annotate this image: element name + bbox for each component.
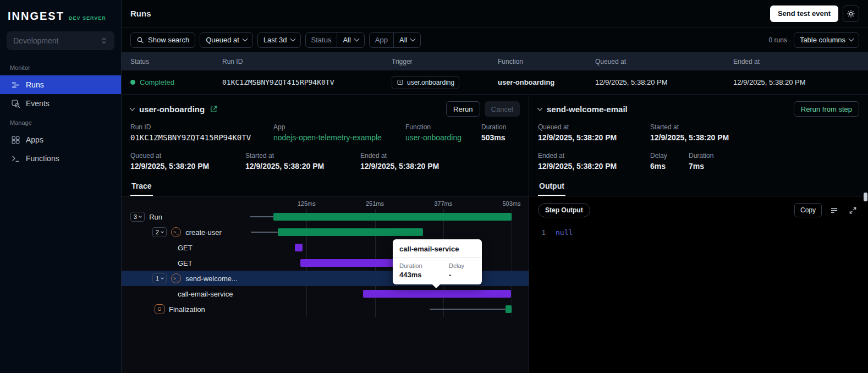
run-id-cell: 01KC1ZMSBNY9ZQT415RP94K0TV bbox=[222, 78, 392, 86]
status-dot-completed bbox=[130, 80, 135, 85]
scrollbar-thumb[interactable] bbox=[864, 193, 867, 201]
finalization-icon bbox=[155, 304, 164, 314]
functions-icon bbox=[11, 154, 20, 163]
output-value: null bbox=[556, 228, 573, 237]
tab-trace[interactable]: Trace bbox=[130, 178, 153, 196]
sidebar-item-label: Events bbox=[26, 99, 50, 108]
app-link[interactable]: nodejs-open-telemetry-example bbox=[273, 133, 405, 142]
trace-plot bbox=[239, 224, 512, 240]
expand-toggle[interactable]: 1 bbox=[152, 273, 167, 283]
col-queued-at: Queued at bbox=[595, 58, 733, 65]
send-test-event-button[interactable]: Send test event bbox=[770, 6, 838, 22]
trace-tooltip: call-email-service Duration 443ms Delay … bbox=[393, 239, 482, 284]
trace-span-bar[interactable] bbox=[273, 213, 512, 221]
sidebar-item-label: Apps bbox=[26, 135, 43, 144]
expand-toggle[interactable]: 2 bbox=[152, 227, 167, 237]
table-row[interactable]: Completed 01KC1ZMSBNY9ZQT415RP94K0TV use… bbox=[122, 70, 868, 95]
step-duration-label: Duration bbox=[689, 152, 713, 160]
status-filter-value[interactable]: All bbox=[337, 33, 364, 47]
status-filter-label: Status bbox=[306, 33, 338, 47]
step-icon: >_ bbox=[171, 273, 181, 283]
sidebar-item-apps[interactable]: Apps bbox=[7, 130, 114, 149]
trigger-badge[interactable]: user.onboarding bbox=[392, 76, 459, 89]
trace-delay-bar[interactable] bbox=[430, 309, 506, 310]
inngest-logo-text: INNGEST bbox=[8, 10, 64, 23]
trace-span-bar[interactable] bbox=[506, 305, 512, 313]
trace-row-run[interactable]: 3 Run bbox=[122, 209, 529, 224]
line-number: 1 bbox=[538, 228, 546, 237]
filter-toolbar: Show search Queued at Last 3d Status All… bbox=[122, 28, 868, 52]
chevron-down-icon bbox=[242, 36, 248, 42]
step-ended-value: 12/9/2025, 5:38:20 PM bbox=[538, 162, 650, 171]
step-output-badge: Step Output bbox=[538, 203, 590, 217]
trace-delay-bar[interactable] bbox=[251, 232, 278, 233]
time-range-filter[interactable]: Last 3d bbox=[257, 32, 301, 48]
rerun-from-step-button[interactable]: Rerun from step bbox=[794, 101, 859, 117]
expand-icon[interactable] bbox=[846, 204, 859, 217]
output-code[interactable]: 1 null bbox=[538, 228, 859, 237]
tooltip-duration-value: 443ms bbox=[399, 271, 449, 279]
settings-button[interactable] bbox=[843, 6, 859, 22]
collapse-chevron-icon[interactable] bbox=[537, 105, 543, 111]
axis-tick-label: 377ms bbox=[434, 200, 452, 207]
tab-output[interactable]: Output bbox=[538, 178, 565, 196]
runs-icon bbox=[11, 80, 20, 90]
trace-span-bar[interactable] bbox=[363, 290, 511, 298]
step-icon: >_ bbox=[171, 227, 181, 237]
app-filter-label: App bbox=[370, 33, 394, 47]
trace-span-bar[interactable] bbox=[300, 259, 405, 267]
tooltip-delay-value: - bbox=[449, 271, 475, 279]
step-queued-label: Queued at bbox=[538, 123, 650, 131]
sidebar-item-label: Functions bbox=[26, 154, 59, 163]
function-link[interactable]: user-onboarding bbox=[405, 133, 481, 142]
status-filter: Status All bbox=[305, 32, 365, 48]
trace-span-bar[interactable] bbox=[278, 228, 423, 236]
logo: INNGEST DEV SERVER bbox=[7, 8, 114, 31]
apps-icon bbox=[11, 135, 20, 145]
main-area: Runs Send test event Show search Queued … bbox=[122, 0, 868, 373]
word-wrap-icon[interactable] bbox=[827, 204, 840, 217]
duration-value: 503ms bbox=[481, 133, 506, 142]
show-search-button[interactable]: Show search bbox=[130, 32, 195, 48]
app-filter-value[interactable]: All bbox=[394, 33, 420, 47]
collapse-chevron-icon[interactable] bbox=[130, 105, 135, 111]
duration-label: Duration bbox=[481, 123, 506, 131]
axis-tick-label: 251ms bbox=[366, 200, 384, 207]
sidebar-item-events[interactable]: Events bbox=[7, 94, 114, 113]
queued-at-filter[interactable]: Queued at bbox=[200, 32, 253, 48]
started-at-label: Started at bbox=[245, 152, 360, 160]
table-columns-button[interactable]: Table columns bbox=[794, 32, 859, 48]
app-label: App bbox=[273, 123, 405, 131]
environment-label: Development bbox=[13, 36, 59, 45]
sidebar-item-runs[interactable]: Runs bbox=[0, 75, 121, 94]
cancel-button[interactable]: Cancel bbox=[485, 101, 520, 117]
run-panel: user-onboarding Rerun Cancel Run ID 01KC… bbox=[122, 95, 529, 373]
tooltip-title: call-email-service bbox=[393, 239, 482, 258]
started-at-value: 12/9/2025, 5:38:20 PM bbox=[245, 162, 360, 171]
run-id-label: Run ID bbox=[130, 123, 273, 131]
external-link-icon[interactable] bbox=[210, 105, 218, 113]
tooltip-delay-label: Delay bbox=[449, 262, 475, 269]
trace-row-create-user[interactable]: 2 >_ create-user bbox=[122, 224, 529, 240]
sidebar-item-functions[interactable]: Functions bbox=[7, 149, 114, 168]
chevron-down-icon bbox=[410, 36, 416, 42]
step-title: send-welcome-email bbox=[547, 105, 628, 114]
tooltip-duration-label: Duration bbox=[399, 262, 449, 269]
expand-toggle[interactable]: 3 bbox=[130, 212, 145, 222]
app-filter: App All bbox=[369, 32, 421, 48]
rerun-button[interactable]: Rerun bbox=[446, 101, 480, 117]
step-started-value: 12/9/2025, 5:38:20 PM bbox=[650, 133, 729, 142]
environment-select[interactable]: Development bbox=[7, 31, 114, 50]
trace-span-bar[interactable] bbox=[295, 244, 303, 251]
trace-delay-bar[interactable] bbox=[250, 216, 273, 217]
trace-plot bbox=[239, 286, 512, 301]
sidebar: INNGEST DEV SERVER Development Monitor R… bbox=[0, 0, 122, 373]
queued-at-cell: 12/9/2025, 5:38:20 PM bbox=[595, 78, 733, 86]
chevron-down-icon bbox=[354, 36, 359, 42]
trace-row-call-email-service[interactable]: call-email-service bbox=[122, 286, 529, 301]
queued-at-value: 12/9/2025, 5:38:20 PM bbox=[130, 162, 245, 171]
queued-at-label: Queued at bbox=[130, 152, 245, 160]
copy-button[interactable]: Copy bbox=[794, 203, 822, 217]
status-text: Completed bbox=[140, 78, 174, 86]
trace-row-finalization[interactable]: Finalization bbox=[122, 301, 529, 317]
